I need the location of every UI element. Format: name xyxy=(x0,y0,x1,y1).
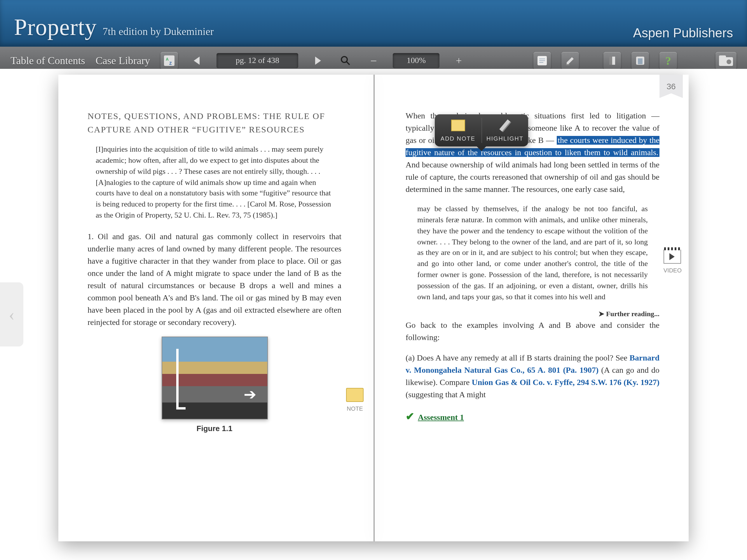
library-folder-icon xyxy=(718,55,733,66)
next-page-icon xyxy=(314,57,321,65)
svg-rect-16 xyxy=(638,58,643,64)
zoom-level[interactable]: 100% xyxy=(393,53,439,68)
svg-rect-14 xyxy=(609,57,612,65)
help-icon: ? xyxy=(665,54,671,68)
svg-rect-18 xyxy=(719,55,726,58)
margin-note-label: NOTE xyxy=(347,405,363,412)
video-icon xyxy=(664,250,681,264)
figure-caption: Figure 1.1 xyxy=(87,423,341,434)
bookmark-icon xyxy=(607,55,617,66)
svg-text:Z: Z xyxy=(169,61,172,65)
search-icon xyxy=(341,56,350,65)
book-edition-author: 7th edition by Dukeminier xyxy=(103,26,214,38)
zoom-in-icon: + xyxy=(456,55,462,67)
figure-1-1[interactable]: ➔ xyxy=(161,337,267,420)
zoom-in-button[interactable]: + xyxy=(450,52,467,70)
svg-line-6 xyxy=(347,62,350,65)
body-paragraph-2: ADD NOTE HIGHLIGHT When these obviously … xyxy=(406,110,660,195)
left-page: NOTES, QUESTIONS, AND PROBLEMS: THE RULE… xyxy=(58,75,370,541)
body-paragraph-1: 1. Oil and gas. Oil and natural gas comm… xyxy=(87,231,341,328)
margin-video-marker[interactable]: VIDEO xyxy=(664,250,681,275)
search-button[interactable] xyxy=(337,52,354,70)
body-paragraph-4: (a) Does A have any remedy at all if B s… xyxy=(406,351,660,400)
figure-arrow-icon: ➔ xyxy=(243,383,257,406)
section-heading: NOTES, QUESTIONS, AND PROBLEMS: THE RULE… xyxy=(87,110,341,136)
assessment-link[interactable]: ✔Assessment 1 xyxy=(406,409,660,424)
table-of-contents-link[interactable]: Table of Contents xyxy=(10,55,85,67)
app-header: Property 7th edition by Dukeminier Aspen… xyxy=(0,0,747,47)
highlighter-icon xyxy=(565,55,575,66)
margin-video-label: VIDEO xyxy=(664,267,681,273)
svg-rect-20 xyxy=(728,59,730,62)
epigraph-quote: [I]nquiries into the acquisition of titl… xyxy=(87,144,341,221)
book-title: Property xyxy=(14,14,97,41)
p2-post: And because ownership of wild animals ha… xyxy=(406,160,660,194)
body-paragraph-3: Go back to the examples involving A and … xyxy=(406,319,660,343)
highlight-label: HIGHLIGHT xyxy=(486,135,523,142)
svg-rect-12 xyxy=(566,64,570,65)
further-reading-link[interactable]: ➤ Further reading... xyxy=(406,308,660,319)
check-icon: ✔ xyxy=(406,409,414,424)
publisher-name: Aspen Publishers xyxy=(633,26,733,41)
prev-spread-button[interactable]: ‹ xyxy=(0,282,23,347)
p4-c: (suggesting that A might xyxy=(406,390,486,399)
prev-page-button[interactable] xyxy=(188,52,206,70)
case-link-union-gas[interactable]: Union Gas & Oil Co. v. Fyffe, 294 S.W. 1… xyxy=(472,378,660,386)
index-az-icon: AZ xyxy=(164,55,175,66)
case-quote: may be classed by themselves, if the ana… xyxy=(406,204,660,302)
body-paragraph-1-text: 1. Oil and gas. Oil and natural gas comm… xyxy=(87,232,341,327)
highlighter-tool-button[interactable] xyxy=(561,52,579,70)
print-icon xyxy=(635,55,645,66)
svg-marker-4 xyxy=(315,57,321,65)
notes-panel-button[interactable] xyxy=(534,52,551,70)
page-spread: 36 NOTES, QUESTIONS, AND PROBLEMS: THE R… xyxy=(58,75,689,541)
print-button[interactable] xyxy=(632,52,649,70)
help-button[interactable]: ? xyxy=(660,52,677,70)
index-az-button[interactable]: AZ xyxy=(160,52,178,70)
zoom-out-button[interactable]: − xyxy=(365,52,382,70)
case-library-link[interactable]: Case Library xyxy=(96,55,150,67)
highlight-button[interactable]: HIGHLIGHT xyxy=(482,118,528,143)
reader-area: ‹ 36 NOTES, QUESTIONS, AND PROBLEMS: THE… xyxy=(0,69,747,560)
note-icon xyxy=(451,119,465,131)
margin-note-marker[interactable]: NOTE xyxy=(346,388,364,413)
p4-a: (a) Does A have any remedy at all if B s… xyxy=(406,353,629,362)
library-button[interactable] xyxy=(716,52,737,70)
bookmark-panel-button[interactable] xyxy=(603,52,621,70)
right-page: ADD NOTE HIGHLIGHT When these obviously … xyxy=(370,75,689,541)
notes-icon xyxy=(537,55,547,66)
assessment-label: Assessment 1 xyxy=(418,413,464,422)
svg-point-5 xyxy=(341,57,347,62)
svg-marker-3 xyxy=(194,57,200,65)
svg-marker-11 xyxy=(567,57,574,64)
add-note-button[interactable]: ADD NOTE xyxy=(435,118,482,143)
svg-text:A: A xyxy=(166,57,169,61)
prev-page-icon xyxy=(194,57,201,65)
next-page-button[interactable] xyxy=(309,52,326,70)
note-icon xyxy=(346,388,364,402)
zoom-out-icon: − xyxy=(370,54,377,68)
annotation-popup: ADD NOTE HIGHLIGHT xyxy=(435,114,528,146)
page-indicator[interactable]: pg. 12 of 438 xyxy=(216,53,298,68)
page-spine xyxy=(374,75,375,541)
book-title-block: Property 7th edition by Dukeminier xyxy=(14,14,213,41)
add-note-label: ADD NOTE xyxy=(441,135,475,142)
highlighter-icon xyxy=(499,119,510,131)
